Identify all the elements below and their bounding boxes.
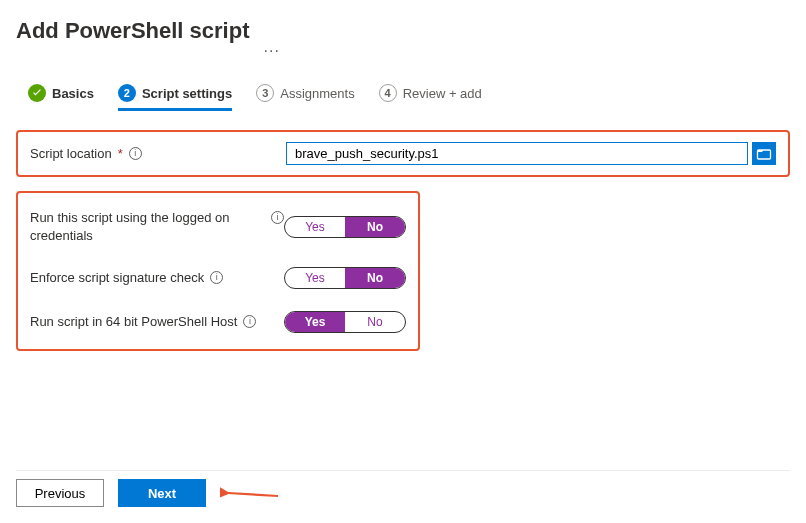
toggle-yes[interactable]: Yes [285,268,345,288]
option-run-logged-on-credentials: Run this script using the logged on cred… [30,203,406,261]
previous-button[interactable]: Previous [16,479,104,507]
browse-file-button[interactable] [752,142,776,165]
wizard-stepper: Basics 2 Script settings 3 Assignments 4… [16,84,790,112]
option-enforce-signature: Enforce script signature check i Yes No [30,261,406,305]
more-actions-button[interactable]: ··· [264,43,280,59]
check-icon [28,84,46,102]
footer-actions: Previous Next [16,470,790,507]
field-label-text: Script location [30,146,112,161]
next-button[interactable]: Next [118,479,206,507]
step-number-icon: 2 [118,84,136,102]
toggle-enforce-signature[interactable]: Yes No [284,267,406,289]
option-label-text: Enforce script signature check [30,269,204,287]
info-icon[interactable]: i [129,147,142,160]
info-icon[interactable]: i [210,271,223,284]
toggle-yes[interactable]: Yes [285,312,345,332]
highlight-script-location: Script location * i [16,130,790,177]
option-label-text: Run this script using the logged on cred… [30,209,265,245]
step-number-icon: 4 [379,84,397,102]
option-label-text: Run script in 64 bit PowerShell Host [30,313,237,331]
folder-icon [756,146,772,162]
toggle-run-logged-on[interactable]: Yes No [284,216,406,238]
option-64bit-host: Run script in 64 bit PowerShell Host i Y… [30,305,406,339]
step-script-settings[interactable]: 2 Script settings [118,84,232,111]
annotation-arrow-icon [220,484,280,502]
svg-line-1 [228,493,278,496]
toggle-yes[interactable]: Yes [285,217,345,237]
page-title: Add PowerShell script [16,18,250,44]
toggle-64bit-host[interactable]: Yes No [284,311,406,333]
step-assignments[interactable]: 3 Assignments [256,84,354,111]
step-basics[interactable]: Basics [28,84,94,111]
step-review-add[interactable]: 4 Review + add [379,84,482,111]
step-label: Basics [52,86,94,101]
required-indicator: * [118,146,123,161]
toggle-no[interactable]: No [345,268,405,288]
step-label: Review + add [403,86,482,101]
info-icon[interactable]: i [271,211,284,224]
highlight-options: Run this script using the logged on cred… [16,191,420,351]
step-label: Script settings [142,86,232,101]
toggle-no[interactable]: No [345,312,405,332]
script-location-label: Script location * i [30,146,270,161]
toggle-no[interactable]: No [345,217,405,237]
script-location-input[interactable] [286,142,748,165]
step-label: Assignments [280,86,354,101]
info-icon[interactable]: i [243,315,256,328]
step-number-icon: 3 [256,84,274,102]
